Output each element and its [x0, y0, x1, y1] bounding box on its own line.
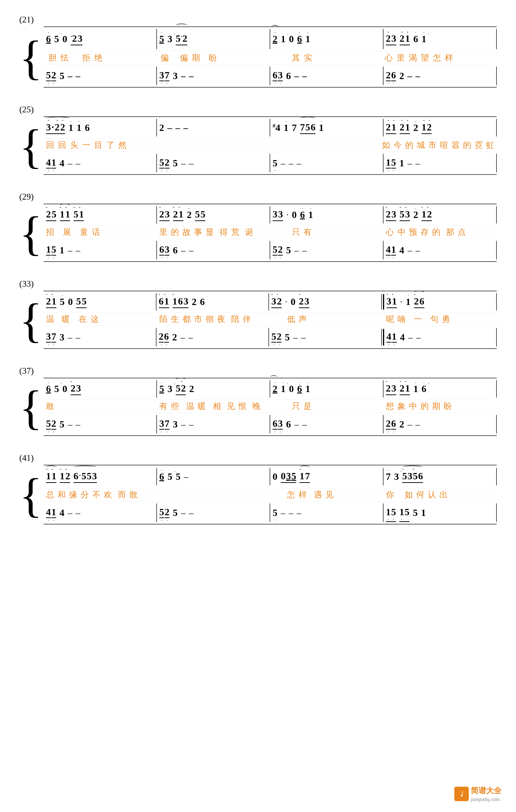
lyric-char: 些 — [171, 401, 179, 412]
lyrics-row-41: 总 和 缘 分 不 欢 而 散 怎 样 遇 — [43, 488, 497, 501]
note: ·2 — [273, 380, 277, 398]
measure-35: ·3 ·2 · 0 ·2 3 — [269, 293, 381, 311]
note: 2 — [192, 293, 197, 311]
lyric-char: 只 — [292, 401, 300, 412]
note-group: ·5 ·1 — [73, 208, 84, 221]
note-group: ·2 3 — [159, 208, 170, 221]
lyric-char: 样 — [445, 52, 453, 63]
note-group: 5· 2· — [271, 328, 281, 346]
note-group: 1· 5· — [386, 154, 396, 172]
lyric-char: 不 — [92, 489, 100, 500]
lyric-char: 欢 — [104, 489, 112, 500]
lyric-char: 盼 — [209, 52, 217, 63]
lyric-char: 目 — [94, 140, 102, 151]
lyric-char: 暖 — [198, 401, 206, 412]
note: · 6 — [297, 30, 302, 48]
lyric-char: 话 — [92, 227, 100, 238]
slur-group: ·3 · ·2 ·2 — [46, 121, 65, 134]
lyric-char: 和 — [58, 489, 66, 500]
measure-37: ·6 5· 0 ·2 3 — [43, 380, 156, 398]
measure-lower-29: 1· 5· 1 – – — [43, 241, 156, 259]
note-group: 4· 1· — [46, 154, 56, 172]
brace: { — [19, 28, 43, 88]
note-group: ·1 7 — [300, 470, 310, 483]
measure-lower-37: 5· 2· 5 – – — [43, 415, 156, 434]
note: 5 — [176, 468, 181, 485]
brand-name: 简谱大全 — [471, 785, 502, 796]
staff-system-29: ·2 5 ·1 ·1 ·5 — [43, 204, 497, 262]
section-number: (29) — [19, 192, 497, 202]
brace: { — [19, 379, 43, 436]
lyric-char: 低 — [287, 314, 295, 325]
section-41: (41) { ·1 ·1 — [19, 453, 497, 524]
measure-lower-25: 4· 1· 4 – – — [43, 154, 156, 172]
lyric-char: 彻 — [206, 314, 214, 325]
measure-lower-35: 5· 2· 5 – – — [269, 328, 381, 346]
measure-36: ·3 ·1 · ·1 ·2 6 — [384, 293, 496, 311]
lyric-char: 中 — [409, 401, 417, 412]
lyric-char: 那 — [446, 227, 454, 238]
lyric-char: 一 — [414, 314, 422, 325]
note: ·6 — [46, 380, 51, 398]
note: 0 — [62, 30, 67, 48]
page: (21) { · 6 — [0, 0, 516, 812]
lyric-char: 呢 — [386, 314, 394, 325]
lyrics: 胆 怯 拒 绝 偏 偏 期 盼 其 实 — [43, 52, 497, 63]
measure-lower-38: 3· 7· 3 – – — [157, 415, 270, 434]
lyric-char: 有 — [159, 401, 168, 412]
barline — [496, 380, 497, 398]
lyric-char: 出 — [439, 489, 448, 500]
measure-lower-40: 2· 6· 2 – – — [384, 415, 496, 434]
measure-lower-42: 5· 2· 5 – – — [157, 503, 270, 522]
lyric-char: 中 — [397, 227, 405, 238]
lyric-char: 如 — [405, 489, 413, 500]
lyric-char: 你 — [386, 489, 394, 500]
lyric-m31: 只 有 — [270, 227, 384, 238]
lyric-char: 敢 — [46, 401, 54, 412]
note: #4 — [273, 119, 280, 137]
section-number: (33) — [19, 279, 497, 289]
note: 2 — [399, 67, 404, 85]
lyric-char: 的 — [405, 140, 413, 151]
lyric-char: 怎 — [287, 489, 295, 500]
measure-lower-34: 2· 6· 2 – – — [156, 328, 269, 346]
lyric-char: 诞 — [245, 227, 253, 238]
note-group: 5· 2· — [46, 66, 56, 85]
note: 0 — [289, 30, 294, 48]
measure-24: ·2 3 ·2 ·1 · 6 — [384, 30, 496, 48]
lyric-measure-23: 其 实 — [270, 52, 382, 63]
note: 6 — [200, 293, 205, 311]
note: 0 — [273, 468, 277, 485]
slur-group-38: 5 ·2 — [176, 383, 186, 395]
lyrics-row-29: 招 展 童 话 里 的 故 事 显 得 荒 — [43, 226, 497, 239]
slur-group-41b: 6 · 5 5 3 — [73, 470, 97, 483]
upper-staff-33: ·2 ·1 ·5 0 5 5 — [43, 291, 497, 313]
note-group: ·1 ·2 — [60, 470, 70, 483]
upper-staff-25: ·3 · ·2 ·2 ·1 ·1 6 — [43, 117, 497, 139]
lyric-char: 有 — [303, 227, 312, 238]
note: ·1 — [77, 119, 82, 137]
slur-43: ·1 7 — [300, 470, 310, 483]
lyric-char: 里 — [397, 52, 405, 63]
note: 3 · — [168, 30, 172, 48]
note-group: 5 5 — [195, 208, 205, 221]
lyric-char: 的 — [421, 401, 429, 412]
lyric-m33: 温 暖 在 这 — [43, 314, 157, 325]
lyric-char: 市 — [194, 314, 202, 325]
lyric-m38: 有 些 温 暖 相 见 恨 晚 — [157, 401, 270, 412]
lyrics-row-25: 回 回 头 一 目 了 然 如 今 的 — [43, 139, 497, 152]
lyrics-41: 总 和 缘 分 不 欢 而 散 怎 样 遇 — [43, 489, 497, 500]
measure-32: ·2 3 ·5 ·3 ·2 ·1 ·2 — [384, 206, 496, 224]
lyric-char: 的 — [463, 140, 471, 151]
lyric-char: 胆 — [49, 52, 57, 63]
double-barline-lower — [381, 328, 384, 346]
note-group: ·2 3 — [386, 383, 396, 395]
barline — [496, 503, 497, 522]
lyrics-row-33: 温 暖 在 这 陌 生 都 市 彻 夜 陪 — [43, 313, 497, 326]
slur-end-44: ·7 — [386, 468, 391, 485]
note: · 6 — [413, 30, 418, 48]
lyric-char: 喃 — [397, 314, 405, 325]
note-group: ·3 ·2 — [271, 296, 282, 308]
lyric-char: 望 — [421, 52, 429, 63]
lyric-char: 渴 — [409, 52, 417, 63]
